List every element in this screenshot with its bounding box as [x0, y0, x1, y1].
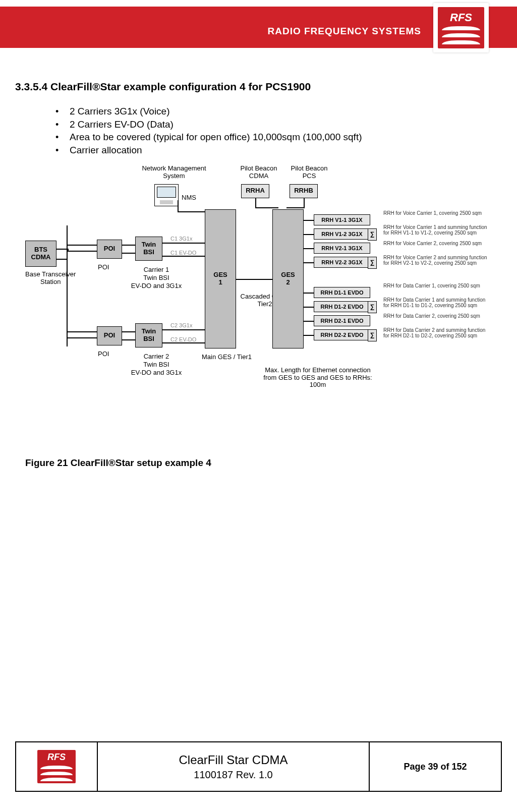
desc-d11: RRH for Data Carrier 1, covering 2500 sq…: [383, 283, 489, 289]
rrhb-box: RRHB: [290, 184, 318, 198]
c2-3g1x-label: C2 3G1x: [170, 322, 192, 328]
ges-2-box: GES 2: [272, 209, 304, 349]
rrh-d1-2: RRH D1-2 EVDO: [314, 301, 370, 312]
desc-v12: RRH for Voice Carrier 1 and summing func…: [383, 224, 489, 236]
bullet-item: Area to be covered (typical for open off…: [70, 131, 362, 144]
pilot-cdma-label: Pilot Beacon CDMA: [236, 165, 281, 180]
rrh-v2-2: RRH V2-2 3G1X: [314, 257, 370, 268]
desc-v22: RRH for Voice Carrier 2 and summing func…: [383, 255, 489, 266]
desc-v11: RRH for Voice Carrier 1, covering 2500 s…: [383, 210, 489, 216]
rrh-d2-2: RRH D2-2 EVDO: [314, 329, 370, 340]
desc-d12: RRH for Data Carrier 1 and summing funct…: [383, 297, 489, 309]
rfs-logo-small: RFS: [37, 750, 76, 783]
section-title: 3.3.5.4 ClearFill®Star example configura…: [15, 81, 502, 93]
logo-text: RFS: [439, 11, 483, 24]
rfs-logo: RFS: [433, 3, 489, 52]
main-ges-label: Main GES / Tier1: [202, 354, 252, 361]
footer-title: ClearFill Star CDMA: [179, 753, 288, 767]
bts-box: BTS CDMA: [25, 241, 56, 267]
bts-label: Base Transceiver Station: [25, 271, 76, 286]
c1-evdo-label: C1 EV-DO: [170, 250, 196, 256]
footer-logo-cell: RFS: [16, 742, 98, 791]
footer-title-cell: ClearFill Star CDMA 1100187 Rev. 1.0: [98, 742, 370, 791]
rrh-d1-1: RRH D1-1 EVDO: [314, 287, 370, 298]
rrha-box: RRHA: [241, 184, 269, 198]
rrh-v1-2: RRH V1-2 3G1X: [314, 228, 370, 240]
twin-bsi-1-label: Carrier 1 Twin BSI EV-DO and 3G1x: [126, 266, 187, 291]
pilot-pcs-label: Pilot Beacon PCS: [286, 165, 332, 180]
poi-label-1: POI: [98, 264, 109, 271]
desc-d22: RRH for Data Carrier 2 and summing funct…: [383, 327, 489, 339]
footer-page-cell: Page 39 of 152: [370, 742, 501, 791]
poi-label-2: POI: [98, 351, 109, 358]
footer-subtitle: 1100187 Rev. 1.0: [194, 769, 272, 781]
footer-logo-text: RFS: [37, 752, 76, 763]
page-footer: RFS ClearFill Star CDMA 1100187 Rev. 1.0…: [15, 741, 502, 792]
twin-bsi-1: Twin BSI: [135, 237, 162, 261]
bullet-item: Carrier allocation: [70, 144, 142, 157]
brand-name: RADIO FREQUENCY SYSTEMS: [267, 26, 421, 37]
c1-3g1x-label: C1 3G1x: [170, 236, 192, 242]
poi-box-1: POI: [97, 240, 122, 259]
desc-v21: RRH for Voice Carrier 2, covering 2500 s…: [383, 241, 489, 247]
bullet-list: 2 Carriers 3G1x (Voice) 2 Carriers EV-DO…: [55, 105, 502, 157]
poi-box-2: POI: [97, 326, 122, 345]
header-bar: RADIO FREQUENCY SYSTEMS RFS: [0, 7, 517, 48]
nms-label: NMS: [182, 194, 196, 202]
desc-d21: RRH for Data Carrier 2, covering 2500 sq…: [383, 313, 489, 319]
nms-title: Network Management System: [131, 165, 217, 180]
ges-1-box: GES 1: [205, 209, 236, 349]
system-diagram: Network Management System NMS Pilot Beac…: [25, 160, 493, 442]
bullet-item: 2 Carriers 3G1x (Voice): [70, 105, 170, 118]
footer-page-number: Page 39 of 152: [404, 762, 467, 772]
max-length-note: Max. Length for Ethernet connection from…: [247, 367, 388, 389]
twin-bsi-2: Twin BSI: [135, 323, 162, 347]
rrh-v2-1: RRH V2-1 3G1X: [314, 243, 370, 254]
nms-computer-icon: [154, 184, 179, 206]
bullet-item: 2 Carriers EV-DO (Data): [70, 118, 174, 131]
rrh-d2-1: RRH D2-1 EVDO: [314, 315, 370, 326]
figure-caption: Figure 21 ClearFill®Star setup example 4: [25, 457, 502, 469]
twin-bsi-2-label: Carrier 2 Twin BSI EV-DO and 3G1x: [126, 353, 187, 377]
rrh-v1-1: RRH V1-1 3G1X: [314, 214, 370, 225]
c2-evdo-label: C2 EV-DO: [170, 336, 196, 342]
